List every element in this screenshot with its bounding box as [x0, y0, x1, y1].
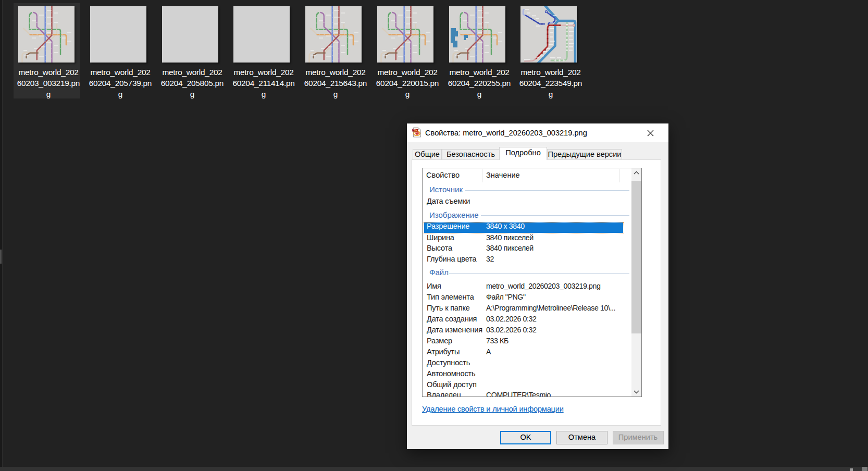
svg-text:PNG: PNG — [413, 129, 418, 131]
